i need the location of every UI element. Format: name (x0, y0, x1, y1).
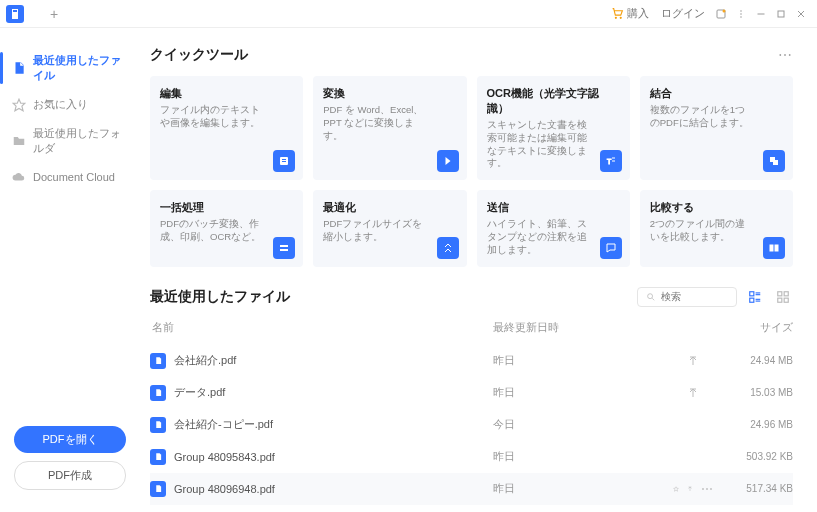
tool-card-title: 変換 (323, 86, 456, 101)
svg-marker-40 (674, 486, 679, 491)
sidebar-item-document-cloud[interactable]: Document Cloud (0, 163, 140, 191)
tool-card-title: 一括処理 (160, 200, 293, 215)
tool-card[interactable]: 比較する 2つのファイル間の違いを比較します。 (640, 190, 793, 266)
titlebar: + 購入 ログイン (0, 0, 817, 28)
svg-rect-35 (784, 298, 788, 302)
minimize-icon[interactable] (751, 4, 771, 24)
svg-rect-22 (770, 244, 774, 251)
more-icon[interactable] (731, 4, 751, 24)
tool-card[interactable]: 最適化 PDFファイルサイズを縮小します。 (313, 190, 466, 266)
pdf-file-icon (150, 417, 166, 433)
file-row[interactable]: データ.pdf 昨日 15.03 MB (150, 377, 793, 409)
file-size: 517.34 KB (713, 483, 793, 494)
tool-card[interactable]: 一括処理 PDFのバッチ変換、作成、印刷、OCRなど。 (150, 190, 303, 266)
notification-icon[interactable] (711, 4, 731, 24)
file-row[interactable]: Group 48095843.pdf 昨日 503.92 KB (150, 441, 793, 473)
tool-card-desc: 複数のファイルを1つのPDFに結合します。 (650, 104, 783, 130)
sidebar-item-recent-files[interactable]: 最近使用したファイル (0, 46, 140, 90)
tool-card-icon (273, 237, 295, 259)
search-input[interactable] (661, 291, 728, 302)
file-row[interactable]: 会社紹介-コピー.pdf 今日 24.96 MB (150, 409, 793, 441)
quicktools-title: クイックツール (150, 46, 778, 64)
quicktools-more-icon[interactable]: ⋯ (778, 47, 793, 63)
view-grid-icon[interactable] (773, 287, 793, 307)
file-list-header: 名前 最終更新日時 サイズ (150, 317, 793, 345)
file-date: 昨日 (493, 354, 673, 368)
col-name-header: 名前 (150, 321, 493, 335)
file-name-label: 会社紹介.pdf (174, 353, 236, 368)
svg-point-1 (620, 17, 621, 18)
sidebar-item-label: お気に入り (33, 97, 88, 112)
login-link[interactable]: ログイン (661, 6, 705, 21)
close-icon[interactable] (791, 4, 811, 24)
content-area: クイックツール ⋯ 編集 ファイル内のテキストや画像を編集します。 変換 PDF… (140, 28, 817, 512)
file-row[interactable]: Group 48096948.pdf 昨日 ⋯ 517.34 KB (150, 473, 793, 505)
quicktools-grid: 編集 ファイル内のテキストや画像を編集します。 変換 PDF を Word、Ex… (150, 76, 793, 267)
tool-card-title: OCR機能（光学文字認識） (487, 86, 620, 116)
row-more-icon[interactable]: ⋯ (701, 482, 713, 496)
sidebar-item-label: 最近使用したフォルダ (33, 126, 128, 156)
svg-marker-11 (13, 99, 25, 111)
tool-card-desc: ファイル内のテキストや画像を編集します。 (160, 104, 293, 130)
svg-rect-20 (280, 245, 288, 247)
file-row[interactable]: 図.pdf 昨日 9.13 MB (150, 505, 793, 512)
pdf-file-icon (150, 353, 166, 369)
sidebar-item-recent-folders[interactable]: 最近使用したフォルダ (0, 119, 140, 163)
tool-card-title: 結合 (650, 86, 783, 101)
tool-card-icon (763, 237, 785, 259)
tool-card[interactable]: 編集 ファイル内のテキストや画像を編集します。 (150, 76, 303, 180)
pdf-file-icon (150, 481, 166, 497)
svg-rect-8 (778, 11, 784, 17)
svg-rect-34 (778, 298, 782, 302)
file-size: 24.94 MB (713, 355, 793, 366)
pin-icon (687, 483, 693, 495)
tool-card[interactable]: OCR機能（光学文字認識） スキャンした文書を検索可能または編集可能なテキストに… (477, 76, 630, 180)
pin-icon (687, 387, 699, 399)
pin-icon (687, 355, 699, 367)
tool-card-desc: PDF を Word、Excel、PPT などに変換します。 (323, 104, 456, 142)
app-logo (6, 5, 24, 23)
new-tab-button[interactable]: + (44, 4, 64, 24)
tool-card-icon (437, 150, 459, 172)
svg-rect-32 (778, 291, 782, 295)
search-icon (646, 291, 656, 303)
tool-card-title: 送信 (487, 200, 620, 215)
svg-rect-23 (775, 244, 779, 251)
pdf-file-icon (150, 449, 166, 465)
svg-line-25 (652, 298, 654, 300)
file-name-label: Group 48095843.pdf (174, 451, 275, 463)
recent-files-title: 最近使用したファイル (150, 288, 629, 306)
tool-card-icon (437, 237, 459, 259)
open-pdf-button[interactable]: PDFを開く (14, 426, 126, 453)
pdf-file-icon (150, 385, 166, 401)
tool-card-icon: T (600, 150, 622, 172)
svg-point-0 (615, 17, 616, 18)
file-row[interactable]: 会社紹介.pdf 昨日 24.94 MB (150, 345, 793, 377)
file-size: 503.92 KB (713, 451, 793, 462)
file-size: 24.96 MB (713, 419, 793, 430)
svg-rect-29 (750, 298, 754, 302)
svg-rect-21 (280, 249, 288, 251)
sidebar: 最近使用したファイル お気に入り 最近使用したフォルダ Document Clo… (0, 28, 140, 512)
tool-card-icon (600, 237, 622, 259)
tool-card[interactable]: 結合 複数のファイルを1つのPDFに結合します。 (640, 76, 793, 180)
col-size-header: サイズ (713, 321, 793, 335)
sidebar-item-favorites[interactable]: お気に入り (0, 90, 140, 119)
tool-card[interactable]: 変換 PDF を Word、Excel、PPT などに変換します。 (313, 76, 466, 180)
buy-link[interactable]: 購入 (611, 6, 649, 21)
col-date-header: 最終更新日時 (493, 321, 673, 335)
sidebar-item-label: 最近使用したファイル (33, 53, 128, 83)
create-pdf-button[interactable]: PDF作成 (14, 461, 126, 490)
search-box[interactable] (637, 287, 737, 307)
svg-point-4 (740, 10, 742, 12)
file-pin (673, 387, 713, 399)
file-list: 会社紹介.pdf 昨日 24.94 MB データ.pdf 昨日 15.03 MB… (150, 345, 793, 512)
file-date: 今日 (493, 418, 673, 432)
tool-card[interactable]: 送信 ハイライト、鉛筆、スタンプなどの注釈を追加します。 (477, 190, 630, 266)
file-name-label: Group 48096948.pdf (174, 483, 275, 495)
view-list-icon[interactable] (745, 287, 765, 307)
maximize-icon[interactable] (771, 4, 791, 24)
svg-rect-26 (750, 291, 754, 295)
svg-rect-19 (773, 160, 778, 165)
star-icon[interactable] (673, 483, 679, 495)
